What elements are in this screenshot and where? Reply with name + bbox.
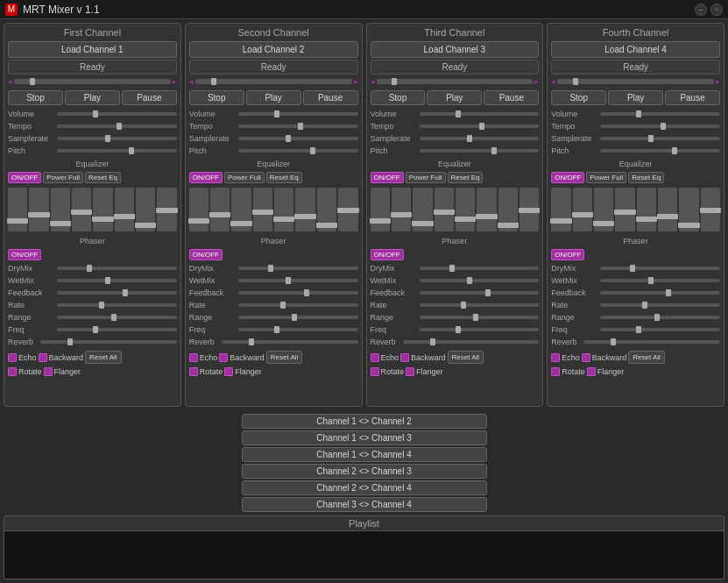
eq-onoff-button[interactable]: ON/OFF (551, 172, 584, 183)
channel-4-pause-button[interactable]: Pause (665, 90, 720, 105)
channel-4-stop-button[interactable]: Stop (551, 90, 606, 105)
channel-2-load-button[interactable]: Load Channel 2 (189, 41, 358, 58)
flanger-checkbox[interactable] (44, 367, 53, 376)
phaser-param-slider-range[interactable] (238, 316, 358, 319)
param-slider-volume[interactable] (600, 112, 720, 116)
channel-2-stop-button[interactable]: Stop (189, 90, 244, 105)
phaser-param-slider-feedback[interactable] (600, 291, 720, 295)
channel-2-play-button[interactable]: Play (246, 90, 301, 105)
phaser-param-slider-drymix[interactable] (57, 267, 177, 270)
phaser-param-slider-rate[interactable] (420, 303, 540, 307)
param-slider-pitch[interactable] (57, 149, 177, 153)
seek-track[interactable] (377, 79, 534, 84)
phaser-param-slider-wetmix[interactable] (600, 279, 720, 282)
flanger-checkbox[interactable] (587, 367, 596, 376)
phaser-param-slider-range[interactable] (57, 316, 177, 319)
param-slider-samplerate[interactable] (600, 137, 720, 140)
eq-reset-button[interactable]: Reset Eq (266, 172, 302, 183)
phaser-param-slider-range[interactable] (420, 316, 540, 319)
eq-band-5[interactable] (477, 188, 496, 231)
reverb-slider[interactable] (583, 340, 720, 344)
param-slider-tempo[interactable] (420, 124, 540, 128)
eq-band-0[interactable] (8, 188, 27, 231)
channel-1-pause-button[interactable]: Pause (122, 90, 177, 105)
eq-band-4[interactable] (274, 188, 293, 231)
param-slider-tempo[interactable] (600, 124, 720, 128)
eq-band-6[interactable] (498, 188, 518, 231)
reset-all-button[interactable]: Reset All (266, 351, 303, 364)
eq-band-4[interactable] (93, 188, 112, 231)
channel-1-stop-button[interactable]: Stop (8, 90, 63, 105)
backward-checkbox[interactable] (582, 353, 590, 362)
channel-link-0[interactable]: Channel 1 <> Channel 2 (242, 414, 487, 429)
eq-band-7[interactable] (338, 188, 357, 231)
phaser-param-slider-feedback[interactable] (238, 291, 358, 295)
echo-checkbox[interactable] (8, 353, 17, 362)
phaser-onoff-button[interactable]: ON/OFF (189, 249, 223, 260)
phaser-param-slider-freq[interactable] (238, 328, 358, 331)
reset-all-button[interactable]: Reset All (85, 351, 122, 364)
eq-reset-button[interactable]: Reset Eq (85, 172, 121, 183)
eq-onoff-button[interactable]: ON/OFF (371, 172, 404, 183)
channel-2-pause-button[interactable]: Pause (303, 90, 358, 105)
phaser-param-slider-drymix[interactable] (238, 267, 358, 270)
rotate-checkbox[interactable] (371, 367, 379, 376)
eq-band-6[interactable] (317, 188, 336, 231)
eq-onoff-button[interactable]: ON/OFF (189, 172, 223, 183)
playlist-area[interactable] (4, 531, 724, 579)
phaser-param-slider-freq[interactable] (600, 328, 720, 331)
channel-link-4[interactable]: Channel 2 <> Channel 4 (242, 480, 487, 495)
seek-track[interactable] (195, 79, 352, 84)
eq-band-4[interactable] (456, 188, 475, 231)
phaser-param-slider-rate[interactable] (57, 303, 177, 307)
phaser-param-slider-freq[interactable] (420, 328, 540, 331)
eq-band-0[interactable] (371, 188, 390, 231)
phaser-param-slider-drymix[interactable] (420, 267, 540, 270)
rotate-checkbox[interactable] (8, 367, 17, 376)
channel-link-5[interactable]: Channel 3 <> Channel 4 (242, 497, 487, 512)
channel-4-play-button[interactable]: Play (608, 90, 663, 105)
eq-band-3[interactable] (615, 188, 634, 231)
param-slider-pitch[interactable] (420, 149, 540, 153)
phaser-onoff-button[interactable]: ON/OFF (551, 249, 584, 260)
eq-band-4[interactable] (637, 188, 656, 231)
param-slider-volume[interactable] (57, 112, 177, 116)
eq-power-button[interactable]: Power Full (43, 172, 83, 183)
param-slider-pitch[interactable] (238, 149, 358, 153)
channel-1-load-button[interactable]: Load Channel 1 (8, 41, 177, 58)
eq-band-0[interactable] (551, 188, 570, 231)
eq-band-1[interactable] (392, 188, 411, 231)
flanger-checkbox[interactable] (406, 367, 414, 376)
eq-band-0[interactable] (189, 188, 209, 231)
eq-band-1[interactable] (573, 188, 592, 231)
eq-band-6[interactable] (679, 188, 698, 231)
eq-band-7[interactable] (157, 188, 176, 231)
channel-3-play-button[interactable]: Play (427, 90, 482, 105)
seek-right-arrow[interactable]: ▸ (354, 77, 358, 86)
param-slider-samplerate[interactable] (57, 137, 177, 140)
reverb-slider[interactable] (403, 340, 540, 344)
eq-band-2[interactable] (231, 188, 251, 231)
eq-reset-button[interactable]: Reset Eq (448, 172, 484, 183)
eq-band-5[interactable] (295, 188, 315, 231)
reverb-slider[interactable] (40, 340, 177, 344)
param-slider-volume[interactable] (238, 112, 358, 116)
eq-band-7[interactable] (701, 188, 720, 231)
phaser-param-slider-rate[interactable] (600, 303, 720, 307)
param-slider-volume[interactable] (420, 112, 540, 116)
reverb-slider[interactable] (222, 340, 358, 344)
channel-link-1[interactable]: Channel 1 <> Channel 3 (242, 430, 487, 445)
seek-left-arrow[interactable]: ◂ (371, 77, 375, 86)
seek-left-arrow[interactable]: ◂ (189, 77, 194, 86)
flanger-checkbox[interactable] (224, 367, 233, 376)
backward-checkbox[interactable] (400, 353, 409, 362)
phaser-param-slider-range[interactable] (600, 316, 720, 319)
backward-checkbox[interactable] (39, 353, 47, 362)
eq-band-5[interactable] (658, 188, 677, 231)
eq-band-2[interactable] (413, 188, 432, 231)
reset-all-button[interactable]: Reset All (628, 351, 665, 364)
channel-4-load-button[interactable]: Load Channel 4 (551, 41, 720, 58)
echo-checkbox[interactable] (189, 353, 198, 362)
reset-all-button[interactable]: Reset All (448, 351, 484, 364)
phaser-param-slider-feedback[interactable] (420, 291, 540, 295)
